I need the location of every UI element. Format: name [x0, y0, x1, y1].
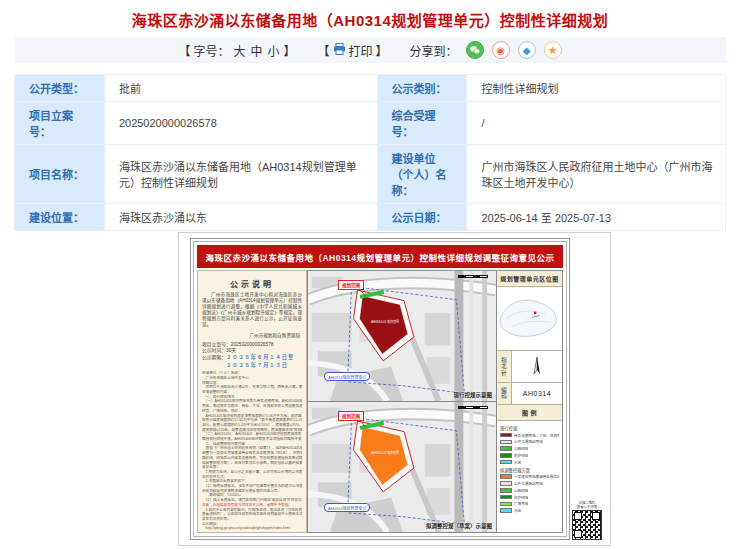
fine-print-line: http://ghzyj.gz.gov.cn/yssd/zxyh/ghshpqs…	[202, 526, 302, 531]
legend-swatch	[500, 495, 512, 500]
north-arrow-label: 指北针	[497, 351, 512, 382]
legend-item: 商务设施用地、文化、体育用地	[500, 433, 559, 438]
legend-item: 公园绿地	[500, 446, 559, 451]
field-value: 2025020000026578	[104, 102, 377, 145]
printer-icon	[333, 43, 346, 58]
legend-swatch	[500, 488, 512, 493]
field-label: 综合受理号：	[377, 102, 467, 145]
period-label: 公示期限：	[202, 355, 226, 360]
notice-fine-print: 申请单位（个人）名称： 广州市海珠区土地开发中心详细位置： 项目位于海珠区赤沙涌…	[202, 371, 302, 531]
print-button[interactable]: 打印	[349, 42, 373, 59]
legend-label: 防护绿地	[514, 453, 528, 458]
field-label: 公示日期：	[377, 204, 467, 231]
compass-icon	[512, 351, 562, 382]
font-size-small-button[interactable]: 小	[266, 42, 280, 59]
north-arrow-row: 指北针	[497, 351, 562, 383]
period-start: ２０２５年６月１４日至	[226, 354, 294, 360]
legend-item: 防护绿地	[500, 495, 559, 500]
unit-boundary-label: AH0314规划管理单元	[324, 372, 370, 381]
notice-body: 广州市海珠区土地开发中心拟对海珠区赤沙涌以东储备用地（AH0314规划管理单元）…	[202, 292, 302, 329]
qr-caption: 查看公示详情	[570, 505, 604, 509]
weibo-icon[interactable]: ◉	[492, 41, 510, 59]
notice-panel: 公示说明 广州市海珠区土地开发中心拟对海珠区赤沙涌以东储备用地（AH0314规划…	[197, 270, 307, 533]
district-location-sketch	[497, 287, 562, 351]
plot-label: AH0314-05 地块范围	[368, 452, 402, 456]
period-end: ２０２５年７月１３日	[226, 362, 302, 368]
qr-block: 扫描二维码 查看公示详情	[570, 501, 604, 540]
legend-item: 水域	[500, 460, 559, 465]
bracket: 【	[318, 42, 330, 59]
field-label: 建设单位（个人）名称：	[377, 145, 467, 204]
legend-label: 公园绿地	[514, 488, 528, 493]
map-canvas	[308, 402, 496, 532]
favorite-star-icon[interactable]: ★	[544, 41, 562, 59]
legend-item: 公共交通场站用地	[500, 481, 559, 486]
legend-item: 水域	[500, 508, 559, 513]
field-label: 公开类型：	[15, 75, 105, 102]
legend-swatch	[500, 474, 512, 479]
notice-agency: 广州市规划和自然资源局	[202, 332, 300, 338]
field-label: 项目名称：	[15, 145, 105, 204]
legend-label: 防护绿地	[514, 495, 528, 500]
fine-print-line: 注意：办理结果及受理方式详见本公告，逾期不予受理。	[202, 503, 302, 508]
legend-items-proposed: 一类居住用地兼容商业服务业设施用地 公共交通场站用地 公园绿地 防护绿地	[500, 474, 559, 513]
unit-code-value: AH0314	[523, 390, 551, 397]
announcement-page: 海珠区赤沙涌以东储备用地（AH0314规划管理单元）控制性详细规划 【字号： 大…	[0, 0, 740, 549]
field-value: 海珠区赤沙涌以东	[104, 204, 377, 231]
fine-print-line: 36%，配套公建面积约1.4万平方米占20%），建筑密度≤35%，绿地率≥25%…	[202, 423, 302, 428]
proposed-plan-map: 规划范围 AH0314-05 地块范围 AH0314规划管理单元 拟调整控规（草…	[307, 402, 497, 533]
legend-section-title: 现行控规	[500, 425, 559, 431]
map-caption: 拟调整控规（草案）示意图	[426, 522, 492, 530]
plan-scope-callout: 规划范围	[338, 411, 364, 421]
fine-print-line: 1.期限为30天，自公示之日起计算；公众可在公示期内以书面形式反馈意	[202, 470, 302, 475]
legend-item: 公共交通场站用地	[500, 439, 559, 444]
scale-bar	[458, 275, 488, 278]
field-value: 广州市海珠区人民政府征用土地中心（广州市海珠区土地开发中心）	[467, 145, 726, 204]
print-group[interactable]: 【 打印 】	[318, 42, 388, 59]
location-map-title: 规划管理单元区位图	[497, 271, 562, 287]
field-value: /	[467, 102, 726, 145]
page-title: 海珠区赤沙涌以东储备用地（AH0314规划管理单元）控制性详细规划	[0, 9, 740, 30]
table-row: 公开类型： 批前 公示类别： 控制性详细规划	[15, 75, 726, 102]
field-label: 项目立案号：	[15, 102, 105, 145]
plan-scope-callout: 规划范围	[338, 280, 364, 290]
code-label: 编码	[497, 383, 512, 404]
legend-item: 一类居住用地兼容商业服务业设施用地	[500, 474, 559, 479]
legend-label: 公园绿地	[514, 446, 528, 451]
legend-item: 防护绿地	[500, 453, 559, 458]
maps-column: 规划范围 AH0314-05 地块范围 AH0314规划管理单元 现行控规示意图	[307, 270, 497, 533]
legend: 现行控规 商务设施用地、文化、体育用地 公共交通场站用地 公园绿地	[497, 421, 562, 532]
font-size-medium-button[interactable]: 中	[249, 42, 263, 59]
legend-label: 公共交通场站用地	[514, 439, 543, 444]
legend-swatch	[500, 460, 512, 465]
notice-title: 公示说明	[202, 278, 302, 289]
field-label: 公示类别：	[377, 75, 467, 102]
legend-swatch	[500, 433, 512, 438]
legend-swatch	[500, 446, 512, 451]
table-row: 项目名称： 海珠区赤沙涌以东储备用地（AH0314规划管理单元）控制性详细规划 …	[15, 145, 726, 204]
period-line: 公示期限：２０２５年６月１４日至	[202, 354, 302, 361]
project-info-table: 公开类型： 批前 公示类别： 控制性详细规划 项目立案号： 2025020000…	[14, 74, 726, 231]
toolbar: 【字号： 大 中 小 】 【 打印 】 分享到： ◉ ◆ ★	[14, 37, 726, 63]
legend-swatch	[500, 453, 512, 458]
legend-label: 商务设施用地、文化、体育用地	[514, 433, 559, 438]
scale-bar	[458, 406, 488, 409]
legend-swatch	[500, 440, 512, 445]
bracket: 【	[178, 42, 190, 59]
poster-banner-title: 海珠区赤沙涌以东储备用地（AH0314规划管理单元）控制性详细规划调整征询意见公…	[197, 245, 563, 268]
table-row: 建设位置： 海珠区赤沙涌以东 公示日期： 2025-06-14 至 2025-0…	[15, 204, 726, 231]
legend-label: 广场用地	[514, 501, 528, 506]
qq-icon[interactable]: ◆	[518, 41, 536, 59]
legend-label: 水域	[514, 460, 521, 465]
current-plan-map: 规划范围 AH0314-05 地块范围 AH0314规划管理单元 现行控规示意图	[307, 270, 497, 402]
wechat-icon[interactable]	[466, 41, 484, 59]
font-size-label: 字号：	[193, 42, 229, 59]
bracket: 】	[376, 42, 388, 59]
announcement-poster-image[interactable]: 海珠区赤沙涌以东储备用地（AH0314规划管理单元）控制性详细规划调整征询意见公…	[178, 232, 611, 546]
bracket: 】	[284, 42, 296, 59]
poster-frame: 海珠区赤沙涌以东储备用地（AH0314规划管理单元）控制性详细规划调整征询意见公…	[190, 238, 570, 540]
legend-item: 广场用地	[500, 501, 559, 506]
legend-swatch	[500, 481, 512, 486]
field-value: 2025-06-14 至 2025-07-13	[467, 204, 726, 231]
font-size-large-button[interactable]: 大	[232, 42, 246, 59]
